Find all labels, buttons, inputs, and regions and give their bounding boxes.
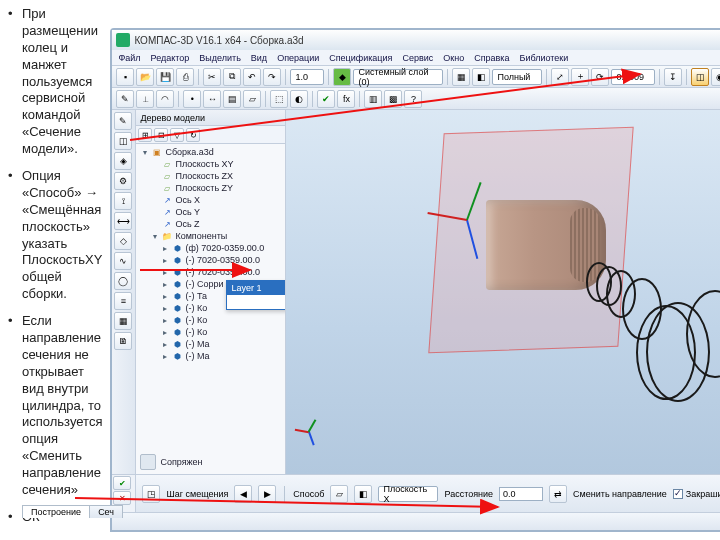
axis-icon: ↗ [162, 195, 172, 205]
tree-expand-icon[interactable]: ⊞ [138, 128, 152, 142]
distance-input[interactable]: 0.0 [499, 487, 543, 501]
plane-icon: ▱ [162, 183, 172, 193]
save-icon[interactable]: 💾 [156, 68, 174, 86]
open-icon[interactable]: 📂 [136, 68, 154, 86]
zoom-fit-icon[interactable]: ⤢ [551, 68, 569, 86]
redo-icon[interactable]: ↷ [263, 68, 281, 86]
tool-report-icon[interactable]: 🗎 [114, 332, 132, 350]
tool-edit-icon[interactable]: ✎ [114, 112, 132, 130]
ok-icon[interactable]: ✔ [317, 90, 335, 108]
menu-help[interactable]: Справка [474, 53, 509, 63]
rotate-icon[interactable]: ⟳ [591, 68, 609, 86]
tool-aux-icon[interactable]: ◇ [114, 232, 132, 250]
method-plane-icon[interactable]: ◧ [354, 485, 372, 503]
tree-plane[interactable]: ▱Плоскость ZY [140, 182, 281, 194]
extrude-icon[interactable]: ⬚ [270, 90, 288, 108]
revolve-icon[interactable]: ◐ [290, 90, 308, 108]
constraints-node[interactable]: Сопряжен [140, 454, 202, 470]
tree-components[interactable]: ▾📁Компоненты [140, 230, 281, 242]
point-icon[interactable]: • [183, 90, 201, 108]
part-icon: ⬢ [172, 339, 182, 349]
left-arrow-icon[interactable]: ◀ [234, 485, 252, 503]
edit-icon[interactable]: ✎ [116, 90, 134, 108]
wire-icon[interactable]: ▦ [452, 68, 470, 86]
menu-spec[interactable]: Спецификация [329, 53, 392, 63]
tool-hole-icon[interactable]: ◯ [114, 272, 132, 290]
layer-dropdown[interactable]: Системный слой (0) [353, 69, 443, 85]
tree-axis[interactable]: ↗Ось X [140, 194, 281, 206]
orientation-widget[interactable] [292, 416, 326, 450]
help-icon[interactable]: ? [404, 90, 422, 108]
menu-file[interactable]: Файл [118, 53, 140, 63]
measure-icon[interactable]: ⟂ [136, 90, 154, 108]
method-offset-icon[interactable]: ▱ [330, 485, 348, 503]
scale-field[interactable]: 1.0 [290, 69, 324, 85]
tree-plane[interactable]: ▱Плоскость XY [140, 158, 281, 170]
style-dropdown[interactable]: Полный [492, 69, 542, 85]
menu-window[interactable]: Окно [443, 53, 464, 63]
tool-dim-icon[interactable]: ⟷ [114, 212, 132, 230]
undo-icon[interactable]: ↶ [243, 68, 261, 86]
menu-view[interactable]: Вид [251, 53, 267, 63]
tree-axis[interactable]: ↗Ось Y [140, 206, 281, 218]
fx-icon[interactable]: fx [337, 90, 355, 108]
menu-select[interactable]: Выделить [199, 53, 241, 63]
tree-plane[interactable]: ▱Плоскость ZX [140, 170, 281, 182]
sketch-icon[interactable]: ▱ [243, 90, 261, 108]
menu-libraries[interactable]: Библиотеки [520, 53, 569, 63]
cut-icon[interactable]: ✂ [203, 68, 221, 86]
section-view-icon[interactable]: ◫ [691, 68, 709, 86]
tree-component[interactable]: ▸⬢(-) Ма [140, 338, 281, 350]
tree-refresh-icon[interactable]: ↻ [186, 128, 200, 142]
prop-cancel-icon[interactable]: ✕ [113, 491, 131, 505]
menu-service[interactable]: Сервис [402, 53, 433, 63]
layer-popup-item[interactable]: Layer 1 [227, 281, 285, 295]
tree-filter-icon[interactable]: ▽ [170, 128, 184, 142]
menu-operations[interactable]: Операции [277, 53, 319, 63]
layer-popup[interactable]: Layer 1 [226, 280, 285, 310]
tool-part-icon[interactable]: ◫ [114, 132, 132, 150]
tree-collapse-icon[interactable]: ⊟ [154, 128, 168, 142]
new-icon[interactable]: ▪ [116, 68, 134, 86]
tool-lib-icon[interactable]: ≡ [114, 292, 132, 310]
print-icon[interactable]: ⎙ [176, 68, 194, 86]
reverse-direction-icon[interactable]: ⇄ [549, 485, 567, 503]
viewport-3d[interactable] [286, 110, 720, 474]
tool-assy-icon[interactable]: ⚙ [114, 172, 132, 190]
right-arrow-icon[interactable]: ▶ [258, 485, 276, 503]
shade-icon[interactable]: ◧ [472, 68, 490, 86]
tool-ref-icon[interactable]: ▦ [114, 312, 132, 330]
tool-surf-icon[interactable]: ◈ [114, 152, 132, 170]
plane-dropdown[interactable]: Плоскость Х [378, 486, 438, 502]
property-bar: ✔ ✕ ◳ Шаг смещения ◀ ▶ Способ ▱ ◧ Плоско… [112, 474, 720, 512]
misc1-icon[interactable]: ▥ [364, 90, 382, 108]
value-field[interactable]: 0.2009 [611, 69, 655, 85]
tree-axis[interactable]: ↗Ось Z [140, 218, 281, 230]
menu-edit[interactable]: Редактор [151, 53, 190, 63]
statusbar [112, 512, 720, 530]
copy-icon[interactable]: ⧉ [223, 68, 241, 86]
tree-component[interactable]: ▸⬢(ф) 7020-0359.00.0 [140, 242, 281, 254]
model-tree[interactable]: ▾▣Сборка.a3d ▱Плоскость XY ▱Плоскость ZX… [136, 144, 285, 474]
tree-component[interactable]: ▸⬢(-) Ма [140, 350, 281, 362]
step-label: Шаг смещения [166, 489, 228, 499]
paint-checkbox[interactable] [673, 489, 683, 499]
prop-ok-icon[interactable]: ✔ [113, 476, 131, 490]
tree-component[interactable]: ▸⬢(-) 7020-0359.00.0 [140, 266, 281, 278]
folder-icon: 📁 [162, 231, 172, 241]
arc-icon[interactable]: ◠ [156, 90, 174, 108]
tree-component[interactable]: ▸⬢(-) Ко [140, 314, 281, 326]
tree-component[interactable]: ▸⬢(-) Ко [140, 326, 281, 338]
misc2-icon[interactable]: ▩ [384, 90, 402, 108]
axis-icon[interactable]: ↧ [664, 68, 682, 86]
zoom-in-icon[interactable]: ＋ [571, 68, 589, 86]
display-icon[interactable]: ◉ [711, 68, 720, 86]
tool-spline-icon[interactable]: ∿ [114, 252, 132, 270]
grid-icon[interactable]: ▤ [223, 90, 241, 108]
prop-tool-icon[interactable]: ◳ [142, 485, 160, 503]
tool-mate-icon[interactable]: ⟟ [114, 192, 132, 210]
layer-icon[interactable]: ◆ [333, 68, 351, 86]
tree-component[interactable]: ▸⬢(-) 7020-0359.00.0 [140, 254, 281, 266]
dim-icon[interactable]: ↔ [203, 90, 221, 108]
tree-root[interactable]: ▾▣Сборка.a3d [140, 146, 281, 158]
